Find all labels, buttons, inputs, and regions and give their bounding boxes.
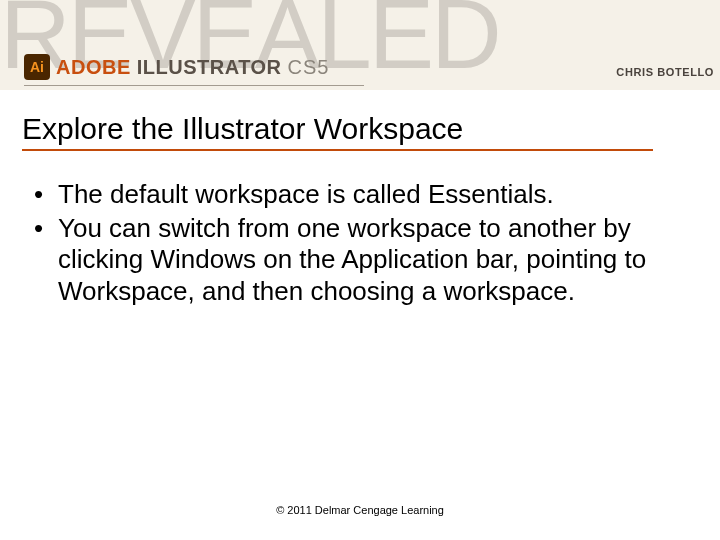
slide-content: Explore the Illustrator Workspace The de… — [0, 90, 720, 308]
banner-divider — [24, 85, 364, 86]
brand-product: ILLUSTRATOR — [137, 56, 282, 79]
brand-version: CS5 — [287, 56, 329, 79]
copyright-footer: © 2011 Delmar Cengage Learning — [0, 504, 720, 516]
brand-adobe: ADOBE — [56, 56, 131, 79]
brand-line: Ai ADOBE ILLUSTRATOR CS5 — [24, 54, 329, 80]
bullet-list: The default workspace is called Essentia… — [22, 179, 692, 308]
list-item: The default workspace is called Essentia… — [58, 179, 692, 211]
author-name: CHRIS BOTELLO — [616, 66, 714, 78]
illustrator-logo-icon: Ai — [24, 54, 50, 80]
list-item: You can switch from one workspace to ano… — [58, 213, 692, 308]
slide-heading: Explore the Illustrator Workspace — [22, 112, 653, 151]
banner: REVEALED Ai ADOBE ILLUSTRATOR CS5 CHRIS … — [0, 0, 720, 90]
